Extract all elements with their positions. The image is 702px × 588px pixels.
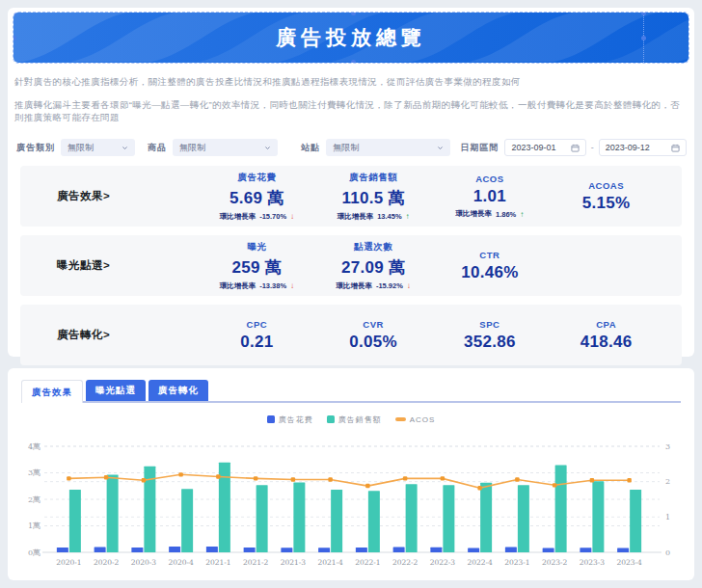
left-axis-tick: 3萬 [28,468,40,477]
bar-ad-sales[interactable] [331,490,342,552]
metric-row: 廣告轉化>CPC0.21CVR0.05%SPC352.86CPA418.46 [20,305,682,365]
acos-point[interactable] [104,475,108,479]
date-start-input[interactable]: 2023-09-01 [504,139,585,156]
tab-1[interactable]: 廣告效果 [21,380,83,403]
legend-label: ACOS [410,415,436,424]
bar-ad-sales[interactable] [107,474,119,552]
bar-ad-spend[interactable] [94,548,106,553]
bar-ad-spend[interactable] [57,548,68,552]
x-axis-label: 2020-1 [56,558,81,567]
bar-ad-spend[interactable] [505,548,517,553]
legend-item[interactable]: 廣告花費 [267,414,313,425]
bar-ad-spend[interactable] [393,548,405,553]
acos-point[interactable] [477,486,481,490]
bar-ad-sales[interactable] [69,490,81,552]
growth-value: -15.92% [376,281,403,290]
bar-ad-sales[interactable] [368,491,380,552]
date-end-input[interactable]: 2023-09-12 [599,139,687,156]
category-filter-label: 廣告類別 [16,142,55,154]
selection-handle[interactable] [351,60,356,63]
acos-point[interactable] [627,478,631,482]
site-select[interactable]: 無限制 [326,139,450,156]
metric-block: 廣告銷售額110.5 萬環比增長率13.45%↑ [315,172,432,222]
trend-down-icon: ↓ [290,281,294,290]
bar-ad-spend[interactable] [468,548,479,552]
acos-point[interactable] [142,478,146,482]
chart-area: 0萬1萬2萬3萬4萬01232020-12020-22020-32020-420… [21,432,681,580]
bar-ad-spend[interactable] [169,547,180,552]
category-select[interactable]: 無限制 [61,139,135,156]
left-axis-tick: 4萬 [28,442,40,451]
metric-growth: 環比增長率1.86%↑ [455,209,524,219]
metric-value: 259 萬 [232,256,283,279]
bar-ad-spend[interactable] [356,548,367,552]
bar-ad-spend[interactable] [543,548,554,552]
bar-ad-sales[interactable] [256,485,268,552]
metric-name: 點選次數 [354,241,392,254]
product-select[interactable]: 無限制 [173,139,278,156]
metric-block: CPA418.46 [548,319,664,352]
acos-point[interactable] [590,478,594,482]
legend-label: 廣告銷售額 [338,414,382,425]
bar-ad-spend[interactable] [318,548,330,552]
acos-point[interactable] [254,476,257,480]
overview-card: 廣告投放總覽 針對廣告的核心推廣指標分析，關注整體的廣告投產比情況和推廣點過程指… [8,8,694,357]
selection-handle[interactable] [641,36,646,40]
metric-name: ACOAS [588,180,624,191]
acos-point[interactable] [441,476,445,480]
chart-svg[interactable]: 0萬1萬2萬3萬4萬01232020-12020-22020-32020-420… [21,432,681,576]
metric-row-label[interactable]: 廣告效果> [20,189,199,203]
bar-ad-spend[interactable] [430,548,442,552]
acos-point[interactable] [515,477,519,481]
acos-point[interactable] [365,484,369,488]
bar-ad-sales[interactable] [443,485,454,552]
acos-point[interactable] [291,477,295,481]
acos-point[interactable] [67,476,70,480]
left-axis-tick: 0萬 [28,548,40,557]
metric-name: 廣告銷售額 [349,172,397,184]
bar-ad-spend[interactable] [206,547,218,552]
x-axis-label: 2023-3 [580,558,606,567]
product-select-value: 無限制 [179,142,205,154]
x-axis-label: 2022-1 [355,558,380,567]
metric-block: ACOS1.01環比增長率1.86%↑ [432,174,549,219]
bar-ad-sales[interactable] [518,485,529,552]
trend-up-icon: ↑ [406,212,410,221]
bar-ad-sales[interactable] [293,482,305,552]
bar-ad-sales[interactable] [480,483,492,552]
bar-ad-sales[interactable] [406,484,418,552]
metric-block: 廣告花費5.69 萬環比增長率-15.70%↓ [199,172,315,222]
bar-ad-spend[interactable] [580,548,591,552]
x-axis-label: 2022-2 [392,558,418,567]
acos-point[interactable] [403,476,407,480]
metric-growth: 環比增長率13.45%↑ [338,212,410,222]
acos-point[interactable] [216,474,220,478]
acos-point[interactable] [328,477,332,481]
bar-ad-sales[interactable] [181,489,193,552]
metric-row-label[interactable]: 廣告轉化> [20,328,199,342]
growth-label: 環比增長率 [336,281,372,291]
right-axis-tick: 3 [665,442,670,451]
growth-label: 環比增長率 [220,281,256,291]
bar-ad-spend[interactable] [131,548,143,552]
bar-ad-spend[interactable] [617,548,629,552]
bar-ad-sales[interactable] [555,466,567,552]
tab-3[interactable]: 廣告轉化 [148,380,208,401]
x-axis-label: 2020-2 [94,558,120,567]
bar-ad-sales[interactable] [630,490,641,552]
bar-ad-spend[interactable] [244,548,256,552]
x-axis-label: 2023-1 [504,558,529,567]
metric-block: 點選次數27.09 萬環比增長率-15.92%↓ [315,241,432,291]
acos-point[interactable] [553,483,556,487]
bar-ad-sales[interactable] [592,481,604,552]
metric-row-label[interactable]: 曝光點選> [20,258,199,273]
tab-2[interactable]: 曝光點選 [86,380,146,401]
bar-ad-spend[interactable] [281,548,292,552]
description-line-2: 推廣轉化漏斗主要看各環節“曝光—點選—轉化”的效率情況，同時也關注付費轉化情況，… [14,99,685,124]
legend-item[interactable]: ACOS [395,415,436,424]
bar-ad-sales[interactable] [219,463,230,552]
product-filter-label: 商品 [148,142,167,154]
growth-value: -15.70% [259,212,286,221]
legend-item[interactable]: 廣告銷售額 [327,414,382,425]
acos-point[interactable] [178,472,182,476]
